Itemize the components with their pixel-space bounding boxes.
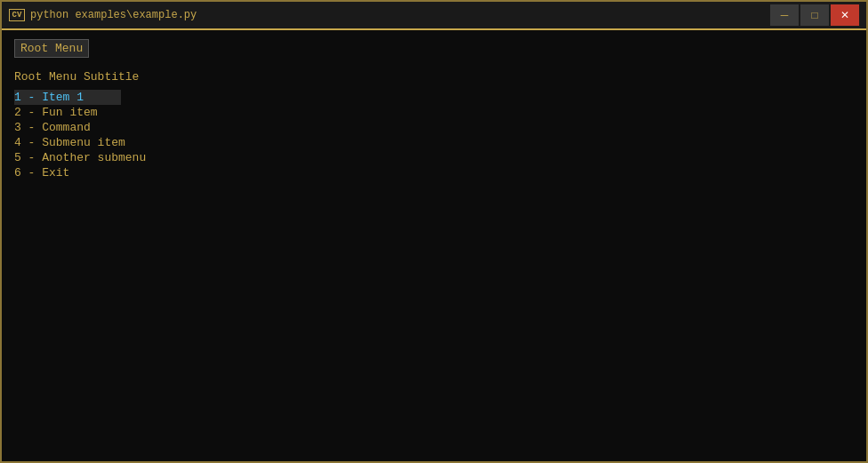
main-window: CV python examples\example.py ─ □ ✕ Root…	[0, 0, 868, 463]
list-item[interactable]: 4 - Submenu item	[14, 135, 854, 150]
title-bar-left: CV python examples\example.py	[9, 9, 197, 21]
terminal-body: Root Menu Root Menu Subtitle 1 - Item 12…	[2, 30, 866, 461]
list-item[interactable]: 1 - Item 1	[14, 90, 121, 105]
menu-subtitle: Root Menu Subtitle	[14, 70, 854, 84]
maximize-button[interactable]: □	[800, 4, 829, 26]
search-label: Root Menu	[20, 42, 83, 55]
window-controls: ─ □ ✕	[770, 4, 859, 26]
window-title: python examples\example.py	[30, 9, 197, 21]
minimize-button[interactable]: ─	[770, 4, 799, 26]
list-item[interactable]: 6 - Exit	[14, 165, 854, 180]
menu-list: 1 - Item 12 - Fun item3 - Command4 - Sub…	[14, 89, 854, 180]
close-button[interactable]: ✕	[831, 4, 859, 26]
title-bar: CV python examples\example.py ─ □ ✕	[2, 2, 866, 30]
list-item[interactable]: 2 - Fun item	[14, 105, 854, 120]
cmd-icon: CV	[9, 9, 25, 21]
list-item[interactable]: 5 - Another submenu	[14, 150, 854, 165]
list-item[interactable]: 3 - Command	[14, 120, 854, 135]
search-bar[interactable]: Root Menu	[14, 39, 89, 58]
